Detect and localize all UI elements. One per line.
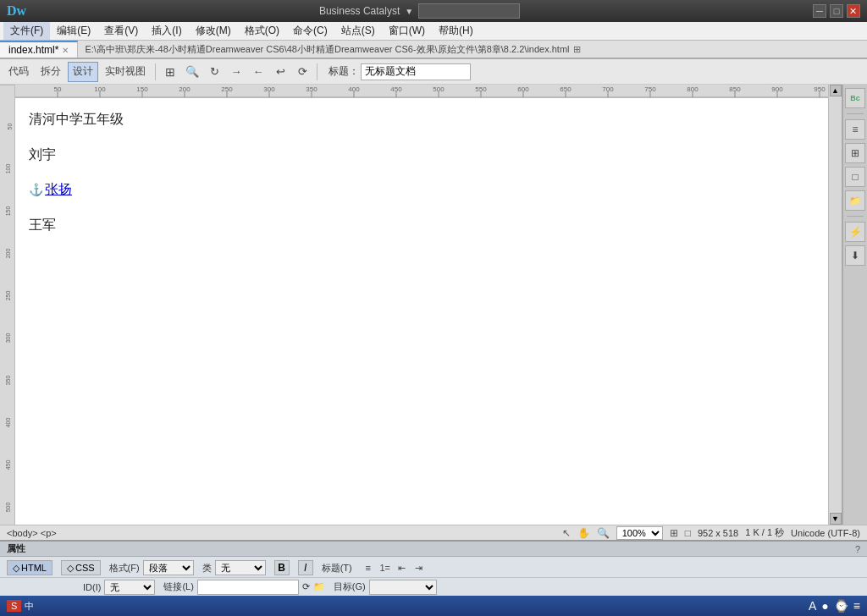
menu-help[interactable]: 帮助(H) (432, 22, 480, 40)
panel-divider-1 (847, 113, 864, 114)
menu-modify[interactable]: 修改(M) (189, 22, 238, 40)
panel-btn-bc[interactable]: Bc (845, 88, 865, 108)
class-select[interactable]: 无 (215, 560, 266, 575)
css-label: CSS (75, 563, 95, 573)
title-input[interactable] (361, 63, 471, 80)
menu-site[interactable]: 站点(S) (334, 22, 382, 40)
props-heading-field: 标题(T) (322, 562, 352, 575)
scroll-down-button[interactable]: ▼ (830, 513, 842, 525)
tool-sync[interactable]: ⟳ (292, 62, 312, 82)
title-search-input[interactable] (418, 3, 520, 19)
link-folder-icon[interactable]: 📁 (313, 581, 325, 592)
svg-text:600: 600 (517, 85, 529, 93)
menu-insert[interactable]: 插入(I) (145, 22, 188, 40)
status-left: <body> <p> (7, 528, 57, 538)
svg-text:200: 200 (179, 85, 191, 93)
indent-in-button[interactable]: ⇥ (411, 560, 427, 575)
menu-edit[interactable]: 编辑(E) (50, 22, 97, 40)
text-liuyu: 刘宇 (29, 147, 56, 162)
taskbar-icon-1[interactable]: A (809, 599, 816, 613)
props-content: ◇ HTML ◇ CSS 格式(F) 段落 标题 1 标题 2 预格式 无 类 … (0, 557, 867, 579)
svg-text:750: 750 (644, 85, 656, 93)
panel-btn-folder[interactable]: 📁 (845, 190, 865, 211)
svg-text:550: 550 (475, 85, 487, 93)
file-path: E:\高中班\郑庆来-48小时精通Dreamweaver CS6\48小时精通D… (78, 41, 867, 58)
main-content-area: 50 100 150 200 250 300 350 400 450 500 5… (0, 85, 867, 525)
link-browse-icon[interactable]: ⟳ (302, 581, 310, 592)
live-view-button[interactable]: 实时视图 (100, 62, 151, 82)
tool-grid[interactable]: ⊞ (160, 62, 180, 82)
panel-btn-download[interactable]: ⬇ (845, 245, 865, 266)
status-grid-icon[interactable]: ⊞ (670, 527, 678, 539)
link-input[interactable] (197, 580, 299, 595)
panel-btn-assets[interactable]: ⊞ (845, 143, 865, 163)
tab-close-icon[interactable]: ✕ (62, 46, 69, 55)
zoom-select[interactable]: 100% 75% 50% 200% (616, 526, 663, 540)
svg-text:300: 300 (263, 85, 275, 93)
svg-text:100: 100 (94, 85, 106, 93)
menu-file[interactable]: 文件(F) (3, 22, 50, 40)
design-view-button[interactable]: 设计 (68, 62, 98, 82)
bold-button[interactable]: B (274, 560, 290, 575)
target-select[interactable] (369, 580, 437, 595)
right-scroll[interactable]: ▲ ▼ (828, 85, 842, 525)
props-html-mode[interactable]: ◇ HTML (7, 560, 52, 575)
tool-nav2[interactable]: ← (248, 62, 268, 82)
tool-refresh[interactable]: ↻ (204, 62, 224, 82)
menu-format[interactable]: 格式(O) (238, 22, 286, 40)
toolbar-separator-2 (317, 63, 318, 80)
tab-label: index.html* (8, 44, 58, 56)
content-line-2: 刘宇 (29, 144, 815, 166)
code-view-button[interactable]: 代码 (3, 62, 34, 82)
taskbar-menu-icon[interactable]: ≡ (853, 599, 860, 613)
path-expand-icon[interactable]: ⊞ (570, 44, 584, 55)
panel-btn-insert[interactable]: □ (845, 167, 865, 187)
svg-text:800: 800 (687, 85, 699, 93)
scroll-up-button[interactable]: ▲ (830, 85, 842, 96)
tool-zoom[interactable]: 🔍 (182, 62, 202, 82)
close-button[interactable]: ✕ (847, 4, 860, 18)
panel-btn-files[interactable]: ≡ (845, 119, 865, 140)
title-bar: Dw Business Catalyst ▼ ─ □ ✕ (0, 0, 867, 22)
split-view-button[interactable]: 拆分 (36, 62, 66, 82)
bc-dropdown-icon[interactable]: ▼ (405, 7, 413, 16)
status-select-icon[interactable]: ↖ (562, 527, 571, 539)
tool-nav3[interactable]: ↩ (270, 62, 290, 82)
canvas-area[interactable]: 清河中学五年级 刘宇 ⚓张扬 王军 (15, 98, 828, 525)
props-help-icon[interactable]: ? (855, 544, 860, 554)
taskbar-s-btn[interactable]: S (7, 600, 21, 612)
id-select[interactable]: 无 (104, 580, 155, 595)
indent-out-button[interactable]: ⇤ (395, 560, 410, 575)
top-ruler: 50 100 150 200 250 300 350 400 450 500 (15, 85, 828, 98)
svg-text:450: 450 (390, 85, 402, 93)
tool-nav1[interactable]: → (226, 62, 246, 82)
status-screen-icon[interactable]: □ (685, 527, 691, 539)
right-panel: Bc ≡ ⊞ □ 📁 ⚡ ⬇ (842, 85, 867, 525)
status-hand-icon[interactable]: ✋ (577, 527, 590, 539)
menu-view[interactable]: 查看(V) (97, 22, 145, 40)
status-zoom-icon[interactable]: 🔍 (597, 527, 610, 539)
panel-btn-behaviors[interactable]: ⚡ (845, 222, 865, 242)
minimize-button[interactable]: ─ (813, 4, 826, 18)
taskbar-icon-2[interactable]: ● (821, 599, 828, 613)
unordered-list-button[interactable]: ≡ (361, 560, 376, 575)
svg-text:650: 650 (560, 85, 572, 93)
file-tab[interactable]: index.html* ✕ (0, 41, 78, 58)
maximize-button[interactable]: □ (830, 4, 843, 18)
svg-text:400: 400 (348, 85, 360, 93)
menu-command[interactable]: 命令(C) (286, 22, 334, 40)
left-ruler: 50 100 150 200 250 300 350 400 450 500 (0, 85, 15, 525)
italic-button[interactable]: I (298, 560, 313, 575)
content-line-4: 王军 (29, 214, 815, 236)
ordered-list-button[interactable]: 1= (378, 560, 393, 575)
format-select[interactable]: 段落 标题 1 标题 2 预格式 无 (143, 560, 194, 575)
bc-label: Business Catalyst (319, 5, 400, 17)
tag-path: <body> <p> (7, 528, 57, 538)
props-format-field: 格式(F) 段落 标题 1 标题 2 预格式 无 (109, 560, 194, 575)
canvas-content: 清河中学五年级 刘宇 ⚓张扬 王军 (15, 98, 828, 525)
props-target-field: 目标(G) (334, 580, 437, 595)
props-css-mode[interactable]: ◇ CSS (61, 560, 101, 575)
props-class-field: 类 无 (202, 560, 266, 575)
link-zhangyang[interactable]: 张扬 (45, 182, 72, 196)
menu-window[interactable]: 窗口(W) (382, 22, 432, 40)
